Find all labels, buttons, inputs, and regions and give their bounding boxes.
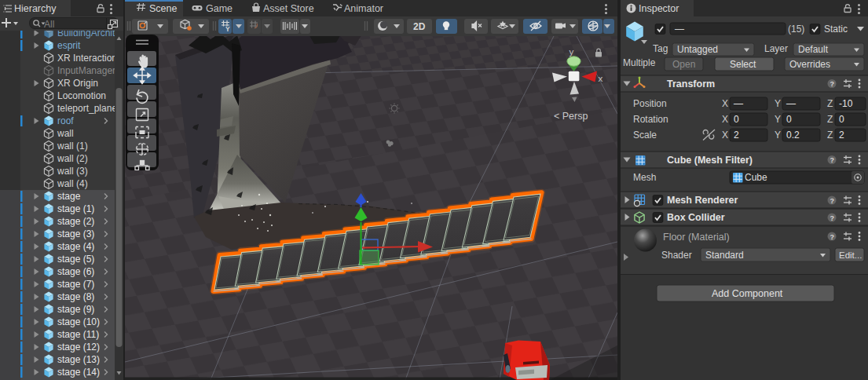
svg-text:Position: Position [633,98,667,109]
svg-text:stage (6): stage (6) [57,266,94,277]
svg-text:0: 0 [839,114,844,125]
svg-text:?: ? [830,214,835,222]
svg-text:InputManager: InputManager [57,65,115,76]
svg-text:?: ? [830,156,835,164]
svg-text:(15): (15) [788,24,804,35]
svg-text:Default: Default [798,44,829,55]
svg-text:stage (13): stage (13) [57,354,100,365]
svg-text:teleport_plane: teleport_plane [57,103,117,114]
svg-text:Scale: Scale [633,130,657,141]
svg-text:Open: Open [672,59,695,70]
svg-text:stage (7): stage (7) [57,279,94,290]
svg-text:Static: Static [824,24,848,35]
svg-text:2D: 2D [413,21,426,32]
svg-text:Layer: Layer [764,43,788,54]
svg-text:stage (1): stage (1) [57,203,94,214]
svg-text:x: x [599,74,603,83]
svg-text:stage (4): stage (4) [57,241,94,252]
svg-text:0: 0 [786,114,792,125]
svg-text:Y: Y [225,25,230,33]
svg-text:stage (11): stage (11) [57,329,99,340]
svg-text:0.2: 0.2 [786,130,800,141]
svg-text:Box Collider: Box Collider [667,212,725,223]
svg-text:Z: Z [827,98,833,109]
svg-text:?: ? [830,233,835,241]
svg-text:Rotation: Rotation [633,114,668,125]
svg-text:Tag: Tag [653,43,668,54]
svg-text:stage (14): stage (14) [57,367,100,378]
svg-text:Mesh Renderer: Mesh Renderer [667,195,738,206]
svg-text:stage (8): stage (8) [57,291,94,302]
svg-text:Z: Z [827,130,833,141]
svg-text:stage (9): stage (9) [57,304,94,315]
svg-text:roof: roof [57,115,74,126]
svg-text:Z: Z [827,114,833,125]
svg-text:Transform: Transform [667,79,715,90]
svg-text:XR Origin: XR Origin [57,78,98,89]
svg-text:Y: Y [775,130,781,141]
svg-text:Floor (Material): Floor (Material) [663,232,730,243]
svg-text:Standard: Standard [705,250,744,261]
svg-text:XR Interaction Ma: XR Interaction Ma [57,53,123,64]
svg-text:X: X [722,114,728,125]
svg-text:Edit...: Edit... [839,250,862,260]
svg-text:Shader: Shader [661,250,692,261]
svg-text:Untagged: Untagged [677,44,718,55]
svg-text:Cube (Mesh Filter): Cube (Mesh Filter) [667,155,753,166]
svg-text:wall (2): wall (2) [57,153,88,164]
svg-text:esprit: esprit [57,40,81,51]
svg-text:—: — [675,24,684,35]
svg-text:X: X [722,98,728,109]
svg-text:Select: Select [730,59,756,70]
svg-text:stage: stage [57,191,81,202]
svg-text:Cube: Cube [745,172,767,183]
svg-text:Y: Y [775,98,781,109]
svg-text:0: 0 [734,114,739,125]
svg-text:—: — [786,98,796,109]
svg-text:wall (4): wall (4) [57,178,88,189]
svg-text:Add Component: Add Component [712,288,783,299]
svg-text:stage (3): stage (3) [57,228,94,239]
svg-text:2: 2 [734,130,739,141]
svg-text:wall (1): wall (1) [57,141,88,152]
svg-text:Mesh: Mesh [633,172,656,183]
svg-text:Multiple: Multiple [623,57,656,68]
svg-text:< Persp: < Persp [554,111,588,122]
svg-text:Overrides: Overrides [789,59,830,70]
svg-text:y: y [570,47,574,57]
svg-text:BuildingArchite: BuildingArchite [57,31,120,38]
svg-text:stage (2): stage (2) [57,216,94,227]
svg-text:stage (10): stage (10) [57,316,100,327]
svg-text:?: ? [830,80,835,88]
svg-text:wall (3): wall (3) [57,166,88,177]
svg-text:stage (5): stage (5) [57,254,94,265]
svg-text:X: X [722,130,728,141]
svg-text:wall: wall [57,128,74,139]
svg-text:?: ? [830,197,835,205]
svg-text:Locomotion: Locomotion [57,90,106,101]
svg-text:—: — [734,98,743,109]
svg-text:Y: Y [775,114,781,125]
svg-text:2: 2 [839,130,844,141]
svg-text:stage (12): stage (12) [57,342,100,353]
svg-text:-10: -10 [839,98,853,109]
